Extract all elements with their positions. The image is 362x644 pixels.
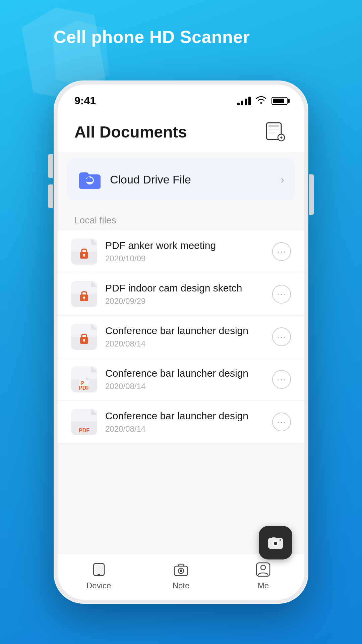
nav-note-label: Note xyxy=(173,581,190,590)
svg-rect-19 xyxy=(272,537,276,539)
file-icon xyxy=(71,281,97,307)
lock-icon xyxy=(79,332,89,347)
file-more-button[interactable]: ··· xyxy=(272,413,291,431)
scan-button[interactable]: + xyxy=(263,120,288,144)
file-icon xyxy=(71,324,97,350)
file-more-button[interactable]: ··· xyxy=(272,370,291,389)
svg-rect-1 xyxy=(268,125,279,127)
status-bar: 9:41 xyxy=(58,85,304,110)
svg-rect-3 xyxy=(268,132,276,133)
file-name: Conference bar launcher design xyxy=(105,368,264,379)
file-item[interactable]: PDF Conference bar launcher design 2020/… xyxy=(58,358,304,401)
file-icon xyxy=(71,238,97,265)
file-name: PDF indoor cam design sketch xyxy=(105,282,264,294)
svg-point-29 xyxy=(261,565,265,570)
person-icon xyxy=(254,561,272,578)
file-info: Conference bar launcher design 2020/08/1… xyxy=(97,368,272,391)
file-date: 2020/09/29 xyxy=(105,297,264,306)
file-name: Conference bar launcher design xyxy=(105,410,264,422)
fab-camera-icon xyxy=(267,534,284,551)
svg-point-27 xyxy=(180,570,182,572)
device-icon xyxy=(90,561,108,578)
svg-point-20 xyxy=(280,539,281,541)
battery-icon xyxy=(272,97,288,105)
svg-rect-24 xyxy=(98,574,100,575)
file-more-button[interactable]: ··· xyxy=(272,327,291,346)
file-date: 2020/08/14 xyxy=(105,382,264,391)
file-more-button[interactable]: ··· xyxy=(272,242,291,261)
file-name: Conference bar launcher design xyxy=(105,325,264,336)
bottom-nav: Device Note xyxy=(58,554,304,600)
lock-icon xyxy=(79,247,89,262)
page-header: All Documents + xyxy=(58,110,304,152)
content-area: Cloud Drive File › Local files xyxy=(58,152,304,554)
volume-up-button xyxy=(48,154,53,178)
file-info: PDF indoor cam design sketch 2020/09/29 xyxy=(97,282,272,306)
file-item[interactable]: Conference bar launcher design 2020/08/1… xyxy=(58,316,304,358)
nav-item-note[interactable]: Note xyxy=(140,561,222,590)
svg-rect-12 xyxy=(84,298,85,300)
fab-scan-button[interactable] xyxy=(259,526,292,559)
svg-rect-15 xyxy=(84,340,85,342)
signal-icon xyxy=(237,97,251,105)
camera-icon xyxy=(172,561,190,578)
cloud-drive-title: Cloud Drive File xyxy=(110,173,191,186)
file-item[interactable]: PDF indoor cam design sketch 2020/09/29 … xyxy=(58,273,304,316)
file-info: Conference bar launcher design 2020/08/1… xyxy=(97,410,272,434)
wifi-icon xyxy=(255,95,267,106)
file-date: 2020/08/14 xyxy=(105,424,264,434)
file-icon: PDF xyxy=(71,409,97,435)
svg-rect-9 xyxy=(84,255,85,257)
file-item[interactable]: PDF anker work meeting 2020/10/09 ··· xyxy=(58,230,304,273)
lock-icon xyxy=(79,289,89,305)
phone-mockup: 9:41 xyxy=(54,80,308,604)
svg-rect-2 xyxy=(268,129,279,130)
volume-down-button xyxy=(48,184,53,208)
cloud-drive-chevron: › xyxy=(281,173,284,186)
nav-device-label: Device xyxy=(86,581,111,590)
cloud-drive-banner[interactable]: Cloud Drive File › xyxy=(67,159,295,200)
svg-text:+: + xyxy=(280,135,283,140)
page-title: All Documents xyxy=(74,123,187,141)
nav-item-me[interactable]: Me xyxy=(222,561,304,590)
phone-screen: 9:41 xyxy=(58,85,304,600)
file-item[interactable]: PDF Conference bar launcher design 2020/… xyxy=(58,401,304,443)
file-date: 2020/08/14 xyxy=(105,339,264,348)
nav-me-label: Me xyxy=(258,581,269,590)
app-title: Cell phone HD Scanner xyxy=(0,27,362,47)
file-info: Conference bar launcher design 2020/08/1… xyxy=(97,325,272,348)
file-list: PDF anker work meeting 2020/10/09 ··· xyxy=(58,230,304,443)
cloud-drive-left: Cloud Drive File xyxy=(78,167,191,192)
status-time: 9:41 xyxy=(74,95,96,107)
file-icon: PDF xyxy=(71,366,97,392)
power-button xyxy=(309,174,314,215)
file-date: 2020/10/09 xyxy=(105,254,264,263)
status-icons xyxy=(237,95,288,106)
nav-item-device[interactable]: Device xyxy=(58,561,140,590)
svg-rect-22 xyxy=(95,565,103,574)
svg-point-18 xyxy=(274,542,277,545)
file-name: PDF anker work meeting xyxy=(105,240,264,251)
local-files-label: Local files xyxy=(58,207,304,230)
file-info: PDF anker work meeting 2020/10/09 xyxy=(97,240,272,263)
file-more-button[interactable]: ··· xyxy=(272,285,291,304)
cloud-folder-icon xyxy=(78,167,102,192)
